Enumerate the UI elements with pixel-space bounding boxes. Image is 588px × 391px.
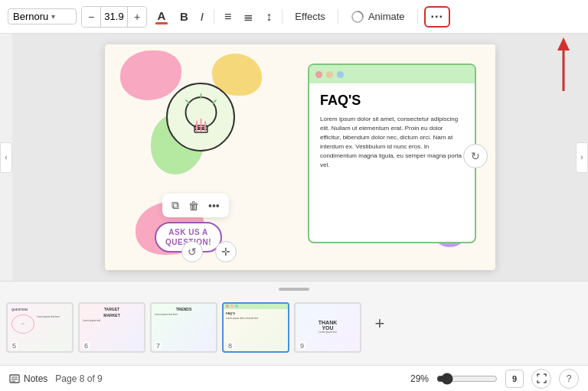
- more-options-icon: ···: [431, 10, 443, 24]
- font-family-select[interactable]: Bernoru ▾: [8, 8, 77, 24]
- notes-icon: [9, 373, 20, 384]
- fullscreen-button[interactable]: [531, 369, 551, 389]
- faq-panel[interactable]: FAQ'S Lorem ipsum dolor sit amet, consec…: [308, 64, 476, 243]
- line-height-button[interactable]: ↕: [262, 7, 276, 27]
- window-dot-yellow: [326, 71, 333, 78]
- ask-badge-line1: ASK US A: [165, 227, 211, 237]
- page-indicator: Page 8 of 9: [55, 373, 102, 384]
- font-size-decrease-button[interactable]: −: [82, 6, 100, 28]
- right-collapse-icon: ›: [580, 153, 583, 161]
- font-size-input[interactable]: [100, 6, 128, 28]
- slide-transform-controls: ↺ ✛: [181, 241, 237, 262]
- divider-4: [417, 9, 418, 24]
- lightbulb-circle: [166, 83, 235, 152]
- slide-thumb-9[interactable]: THANK YOU Lorem ipsum text 9: [294, 302, 361, 353]
- trash-icon: 🗑: [188, 200, 199, 212]
- faq-content: FAQ'S Lorem ipsum dolor sit amet, consec…: [309, 83, 475, 179]
- effects-label: Effects: [295, 11, 325, 22]
- rotate-button[interactable]: ↺: [181, 241, 203, 262]
- slide-thumb-8-num: 8: [227, 342, 234, 350]
- font-size-increase-button[interactable]: +: [128, 6, 146, 28]
- text-color-icon: A: [155, 9, 168, 24]
- thumb-8-titlebar: [224, 304, 288, 309]
- faq-title: FAQ'S: [320, 93, 464, 109]
- refresh-button[interactable]: ↻: [463, 144, 488, 168]
- canvas-area: ⧉ 🗑 ••• ASK US A QUESTION! ↺: [12, 34, 588, 281]
- element-action-toolbar: ⧉ 🗑 •••: [162, 194, 229, 217]
- svg-marker-11: [557, 37, 570, 51]
- lightbulb-svg: [180, 93, 222, 142]
- bold-button[interactable]: B: [176, 7, 192, 26]
- rotate-ccw-icon: ↺: [188, 246, 197, 258]
- thumb-dot-g: [235, 305, 238, 308]
- window-dot-red: [315, 71, 322, 78]
- filmstrip-scroll-indicator[interactable]: [279, 288, 309, 291]
- left-collapse-icon: ‹: [5, 153, 7, 161]
- faq-titlebar: [309, 65, 475, 83]
- slide-canvas[interactable]: ⧉ 🗑 ••• ASK US A QUESTION! ↺: [105, 44, 495, 270]
- line-height-icon: ↕: [266, 10, 272, 24]
- font-size-control: − +: [81, 6, 147, 28]
- notes-button[interactable]: Notes: [9, 373, 47, 384]
- animate-icon: [351, 10, 364, 24]
- animate-label: Animate: [368, 11, 405, 22]
- red-arrow-svg: [541, 34, 571, 95]
- thumb-dot-r: [226, 305, 229, 308]
- text-color-button[interactable]: A: [152, 6, 172, 28]
- faq-body-text: Lorem ipsum dolor sit amet, consectetur …: [320, 115, 464, 170]
- copy-icon: ⧉: [172, 199, 179, 211]
- lightbulb-element[interactable]: [158, 83, 243, 152]
- list-button[interactable]: ≣: [240, 7, 257, 27]
- thumb-dot-y: [230, 305, 234, 308]
- text-align-button[interactable]: ≡: [220, 7, 235, 27]
- slide-thumb-5-num: 5: [11, 342, 18, 350]
- italic-icon: I: [201, 10, 204, 23]
- add-slide-button[interactable]: +: [366, 310, 394, 337]
- animate-button[interactable]: Animate: [345, 7, 411, 27]
- divider-2: [282, 9, 283, 24]
- text-align-icon: ≡: [224, 10, 231, 24]
- copy-element-button[interactable]: ⧉: [170, 197, 181, 213]
- add-slide-icon: +: [375, 314, 385, 334]
- toolbar: Bernoru ▾ − + A B I ≡ ≣ ↕ Effects: [0, 0, 588, 34]
- zoom-slider[interactable]: [436, 373, 498, 385]
- font-family-chevron-icon: ▾: [51, 12, 71, 21]
- slide-thumb-9-num: 9: [299, 342, 305, 350]
- page-number-icon: 9: [512, 374, 517, 383]
- svg-line-9: [213, 100, 216, 103]
- slide-thumb-5[interactable]: QUESTION pie Lorem ipsum text here 5: [6, 302, 74, 353]
- left-panel-collapse-button[interactable]: ‹: [0, 142, 12, 173]
- main-area: ‹: [0, 34, 588, 281]
- slide-thumb-8[interactable]: FAQ'S Lorem ipsum dolor sit amet text 8: [222, 302, 289, 353]
- fullscreen-icon: [537, 373, 547, 383]
- slide-thumb-7-num: 7: [155, 342, 162, 350]
- effects-button[interactable]: Effects: [289, 8, 332, 25]
- divider-1: [214, 9, 214, 24]
- refresh-icon: ↻: [471, 150, 480, 162]
- bold-icon: B: [180, 10, 188, 23]
- help-icon: ?: [567, 373, 572, 384]
- move-icon: ✛: [221, 246, 230, 258]
- slide-thumb-6-num: 6: [83, 342, 90, 350]
- notes-label: Notes: [24, 373, 47, 384]
- more-options-button[interactable]: ···: [424, 6, 450, 28]
- help-button[interactable]: ?: [559, 369, 579, 389]
- slide-thumb-7[interactable]: TRENDS Lorem ipsum text here 7: [150, 302, 217, 353]
- svg-line-8: [186, 100, 189, 103]
- font-family-value: Bernoru: [13, 11, 48, 22]
- delete-element-button[interactable]: 🗑: [187, 198, 201, 213]
- italic-button[interactable]: I: [197, 7, 207, 26]
- more-element-options-button[interactable]: •••: [207, 198, 221, 213]
- more-element-icon: •••: [208, 200, 220, 212]
- page-number-box[interactable]: 9: [505, 370, 524, 388]
- window-dot-green: [337, 71, 344, 78]
- zoom-percent: 29%: [410, 373, 429, 384]
- red-arrow-annotation: [541, 34, 571, 95]
- status-bar: Notes Page 8 of 9 29% 9 ?: [0, 365, 588, 391]
- list-icon: ≣: [243, 10, 253, 24]
- filmstrip: QUESTION pie Lorem ipsum text here 5 TAR…: [0, 281, 588, 365]
- right-panel-collapse-button[interactable]: ›: [576, 142, 588, 173]
- slide-thumb-6[interactable]: TARGET MARKET Lorem ipsum text 6: [78, 302, 145, 353]
- divider-3: [338, 9, 338, 24]
- move-button[interactable]: ✛: [215, 241, 237, 262]
